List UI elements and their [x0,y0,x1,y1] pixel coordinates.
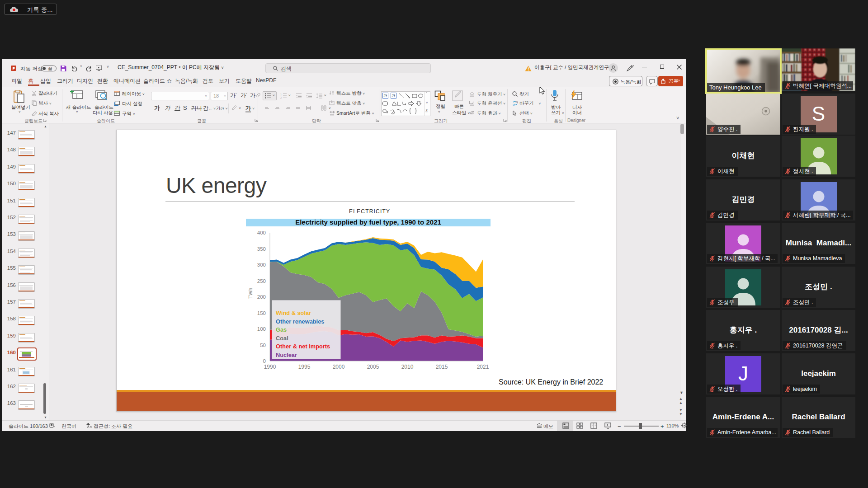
svg-text:Other renewables: Other renewables [276,318,324,325]
svg-text:400: 400 [257,230,266,235]
svg-text:Gas: Gas [276,326,287,333]
svg-text:1990: 1990 [264,364,276,370]
svg-text:Nuclear: Nuclear [276,352,297,358]
svg-text:50: 50 [260,343,266,348]
svg-text:Coal: Coal [276,335,288,342]
svg-text:2005: 2005 [367,364,379,370]
svg-text:150: 150 [257,310,266,316]
svg-text:Wind & solar: Wind & solar [276,310,311,316]
svg-text:250: 250 [257,278,266,284]
svg-text:2015: 2015 [436,364,448,370]
svg-text:100: 100 [257,326,266,332]
svg-text:2010: 2010 [401,364,414,370]
svg-text:0: 0 [263,358,266,364]
svg-text:350: 350 [257,246,266,252]
svg-text:가: 가 [515,101,518,103]
svg-text:300: 300 [257,262,266,267]
svg-text:2000: 2000 [333,364,345,370]
svg-text:2021: 2021 [477,364,489,370]
svg-text:200: 200 [257,294,266,300]
svg-text:나: 나 [513,103,515,106]
svg-text:TWh: TWh [248,288,253,299]
svg-text:Other & net imports: Other & net imports [276,343,330,350]
svg-text:1995: 1995 [298,364,311,370]
svg-text:1: 1 [280,93,282,96]
svg-text:2: 2 [280,96,282,99]
